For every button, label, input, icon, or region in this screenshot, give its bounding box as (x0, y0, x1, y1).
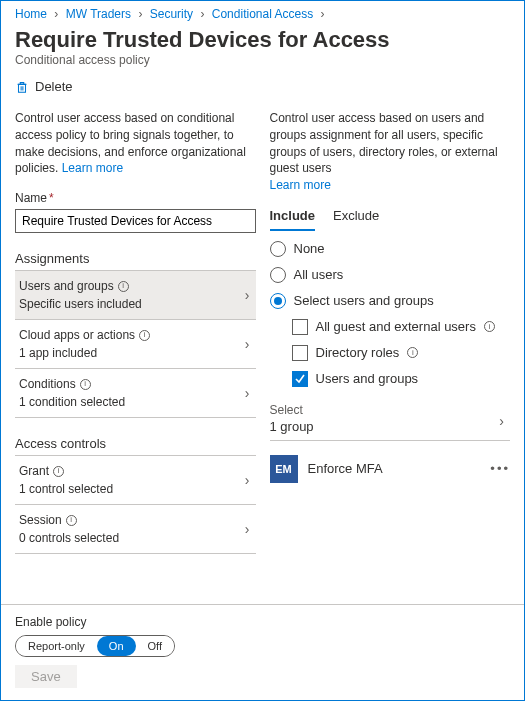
radio-label: Select users and groups (294, 293, 434, 308)
name-input[interactable] (15, 209, 256, 233)
radio-icon (270, 241, 286, 257)
left-column: Control user access based on conditional… (15, 110, 256, 554)
chevron-right-icon: › (138, 7, 142, 21)
name-label: Name* (15, 191, 256, 205)
radio-none[interactable]: None (270, 241, 511, 257)
info-icon[interactable]: i (118, 281, 129, 292)
tab-exclude[interactable]: Exclude (333, 208, 379, 231)
checkbox-icon (292, 319, 308, 335)
assignment-label: Cloud apps or actions (19, 328, 135, 342)
delete-label: Delete (35, 79, 73, 94)
chevron-right-icon: › (499, 413, 504, 429)
learn-more-link[interactable]: Learn more (270, 178, 331, 192)
tab-include[interactable]: Include (270, 208, 316, 231)
radio-icon (270, 267, 286, 283)
more-actions-icon[interactable]: ••• (490, 461, 510, 476)
assignments-heading: Assignments (15, 251, 256, 271)
assignment-value: Specific users included (19, 297, 252, 311)
assignment-value: 1 app included (19, 346, 252, 360)
info-icon[interactable]: i (484, 321, 495, 332)
assignment-conditions[interactable]: Conditions i 1 condition selected › (15, 369, 256, 418)
save-button[interactable]: Save (15, 665, 77, 688)
radio-all-users[interactable]: All users (270, 267, 511, 283)
page-subtitle: Conditional access policy (1, 53, 524, 75)
breadcrumb-conditional-access[interactable]: Conditional Access (212, 7, 313, 21)
info-icon[interactable]: i (407, 347, 418, 358)
users-description: Control user access based on users and g… (270, 110, 511, 194)
segment-on[interactable]: On (97, 636, 136, 656)
chevron-right-icon: › (245, 287, 250, 303)
control-label: Session (19, 513, 62, 527)
info-icon[interactable]: i (80, 379, 91, 390)
group-name: Enforce MFA (308, 461, 383, 476)
checkbox-users-groups[interactable]: Users and groups (292, 371, 511, 387)
info-icon[interactable]: i (53, 466, 64, 477)
selected-group-row[interactable]: EM Enforce MFA ••• (270, 455, 511, 483)
breadcrumb-mw-traders[interactable]: MW Traders (66, 7, 131, 21)
chevron-right-icon: › (54, 7, 58, 21)
breadcrumb-home[interactable]: Home (15, 7, 47, 21)
radio-icon (270, 293, 286, 309)
policy-description: Control user access based on conditional… (15, 110, 256, 177)
assignment-users-and-groups[interactable]: Users and groups i Specific users includ… (15, 271, 256, 320)
radio-label: All users (294, 267, 344, 282)
enable-policy-toggle[interactable]: Report-only On Off (15, 635, 175, 657)
chevron-right-icon: › (200, 7, 204, 21)
trash-icon (15, 80, 29, 94)
select-groups[interactable]: Select 1 group › (270, 403, 511, 441)
info-icon[interactable]: i (66, 515, 77, 526)
required-indicator: * (49, 191, 54, 205)
breadcrumb: Home › MW Traders › Security › Condition… (1, 1, 524, 23)
delete-button[interactable]: Delete (1, 75, 524, 104)
assignment-label: Conditions (19, 377, 76, 391)
include-exclude-tabs: Include Exclude (270, 208, 511, 231)
control-value: 0 controls selected (19, 531, 252, 545)
group-avatar: EM (270, 455, 298, 483)
footer: Enable policy Report-only On Off Save (1, 604, 524, 700)
info-icon[interactable]: i (139, 330, 150, 341)
checkbox-icon (292, 345, 308, 361)
select-label: Select (270, 403, 511, 417)
chevron-right-icon: › (245, 385, 250, 401)
radio-label: None (294, 241, 325, 256)
segment-off[interactable]: Off (136, 636, 174, 656)
access-controls-heading: Access controls (15, 436, 256, 456)
control-label: Grant (19, 464, 49, 478)
checkbox-label: Directory roles (316, 345, 400, 360)
control-value: 1 control selected (19, 482, 252, 496)
assignment-value: 1 condition selected (19, 395, 252, 409)
chevron-right-icon: › (245, 336, 250, 352)
access-control-grant[interactable]: Grant i 1 control selected › (15, 456, 256, 505)
chevron-right-icon: › (245, 521, 250, 537)
checkbox-icon (292, 371, 308, 387)
assignment-label: Users and groups (19, 279, 114, 293)
assignment-cloud-apps[interactable]: Cloud apps or actions i 1 app included › (15, 320, 256, 369)
right-column: Control user access based on users and g… (270, 110, 511, 554)
radio-select-users-groups[interactable]: Select users and groups (270, 293, 511, 309)
checkbox-guest-users[interactable]: All guest and external users i (292, 319, 511, 335)
checkbox-label: Users and groups (316, 371, 419, 386)
page-title: Require Trusted Devices for Access (1, 23, 524, 53)
checkbox-label: All guest and external users (316, 319, 476, 334)
breadcrumb-security[interactable]: Security (150, 7, 193, 21)
checkbox-directory-roles[interactable]: Directory roles i (292, 345, 511, 361)
svg-rect-0 (19, 84, 26, 92)
segment-report-only[interactable]: Report-only (16, 636, 97, 656)
learn-more-link[interactable]: Learn more (62, 161, 123, 175)
access-control-session[interactable]: Session i 0 controls selected › (15, 505, 256, 554)
chevron-right-icon: › (321, 7, 325, 21)
enable-policy-label: Enable policy (15, 615, 510, 629)
select-value: 1 group (270, 419, 511, 434)
chevron-right-icon: › (245, 472, 250, 488)
